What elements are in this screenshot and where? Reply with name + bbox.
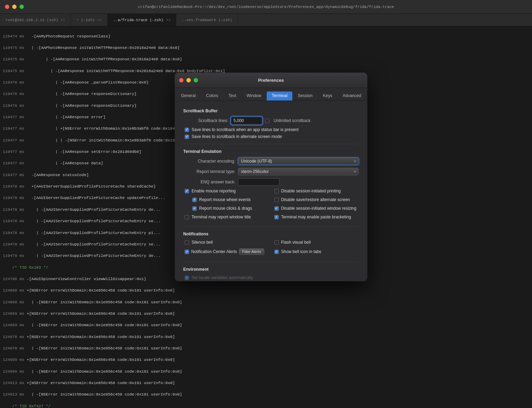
- notification-center-label: Notification Center Alerts: [191, 249, 237, 254]
- disable-resize-label: Disable session-initiated window resizin…: [281, 206, 356, 211]
- enq-label: ENQ answer back:: [183, 180, 235, 184]
- enable-mouse-checkbox[interactable]: [185, 189, 189, 193]
- divider-3: [183, 262, 359, 262]
- window-title-row: Terminal may report window title: [183, 215, 269, 219]
- notifications-grid: Silence bell Flash visual bell Notificat…: [183, 240, 359, 257]
- wheel-events-checkbox[interactable]: [192, 198, 197, 202]
- prefs-tab-keys[interactable]: Keys: [318, 92, 337, 101]
- tab-ssh-shortcut: ⌘1: [61, 18, 65, 22]
- disable-printing-row: Disable session-initiated printing: [273, 189, 359, 193]
- tab-zsh-shortcut: ⌘2: [98, 18, 102, 22]
- unlimited-scrollback-checkbox[interactable]: [265, 119, 269, 123]
- tab-zsh[interactable]: ~ (-zsh) ⌘2: [71, 14, 108, 26]
- window-title-checkbox[interactable]: [185, 215, 189, 219]
- tab-framework-label: ..ces.framework (-zsh): [182, 18, 232, 22]
- prefs-tab-window[interactable]: Window: [242, 92, 266, 101]
- set-locale-label: Set locale variables automatically: [192, 275, 253, 280]
- tab-zsh-label: ~ (-zsh): [77, 18, 95, 22]
- prefs-tab-text[interactable]: Text: [224, 92, 241, 101]
- encoding-select-container: Unicode (UTF-8) ▼: [238, 157, 359, 165]
- show-bell-icon-label: Show bell icon in tabs: [281, 249, 321, 254]
- prefs-tab-bar: General Colors Text Window Terminal Sess…: [175, 88, 367, 101]
- encoding-select[interactable]: Unicode (UTF-8): [238, 157, 359, 165]
- environment-header: Environment: [183, 267, 359, 272]
- minimize-button[interactable]: [12, 5, 17, 9]
- disable-printing-checkbox[interactable]: [274, 189, 279, 193]
- save-app-status-label: Save lines to scrollback when an app sta…: [192, 127, 299, 132]
- prefs-tab-general[interactable]: General: [176, 92, 201, 101]
- silence-bell-checkbox[interactable]: [185, 240, 189, 245]
- divider-2: [183, 226, 359, 227]
- disable-save-restore-row: Disable save/restore alternate screen: [273, 197, 359, 202]
- enq-input[interactable]: [238, 178, 280, 186]
- wheel-events-row: Report mouse wheel events: [183, 197, 269, 202]
- scrollback-lines-input[interactable]: [231, 117, 262, 124]
- title-bar: crifan@crifanlideMacBook-Pro:~/dev/dev_r…: [0, 0, 532, 14]
- prefs-tab-session[interactable]: Session: [293, 92, 318, 101]
- flash-bell-label: Flash visual bell: [281, 240, 311, 245]
- divider-1: [183, 144, 359, 144]
- disable-save-restore-label: Disable save/restore alternate screen: [281, 197, 350, 202]
- disable-save-restore-checkbox[interactable]: [274, 198, 279, 202]
- prefs-traffic-lights: [179, 78, 198, 83]
- enable-mouse-label: Enable mouse reporting: [192, 189, 236, 193]
- save-app-status-checkbox[interactable]: [185, 128, 189, 132]
- prefs-maximize-button[interactable]: [194, 78, 198, 83]
- save-alternate-label: Save lines to scrollback in alternate sc…: [192, 134, 282, 139]
- traffic-lights: [0, 5, 24, 9]
- enable-mouse-row: Enable mouse reporting: [183, 189, 269, 193]
- paste-bracketing-row: Terminal may enable paste bracketing: [273, 215, 359, 219]
- notification-center-row: Notification Center Alerts Filter Alerts: [183, 249, 269, 255]
- prefs-tab-terminal[interactable]: Terminal: [267, 92, 292, 101]
- window-title: crifan@crifanlideMacBook-Pro:~/dev/dev_r…: [138, 5, 394, 9]
- prefs-minimize-button[interactable]: [186, 78, 191, 83]
- wheel-events-label: Report mouse wheel events: [199, 197, 251, 202]
- silence-bell-label: Silence bell: [192, 240, 213, 245]
- clicks-drags-checkbox[interactable]: [192, 206, 197, 211]
- show-bell-icon-row: Show bell icon in tabs: [273, 249, 359, 255]
- enq-row: ENQ answer back:: [183, 178, 359, 186]
- close-button[interactable]: [5, 5, 9, 9]
- show-bell-icon-checkbox[interactable]: [274, 250, 279, 254]
- save-app-status-row: Save lines to scrollback when an app sta…: [183, 127, 359, 132]
- clicks-drags-row: Report mouse clicks & drags: [183, 206, 269, 211]
- maximize-button[interactable]: [19, 5, 24, 9]
- scrollback-lines-label: Scrollback lines:: [183, 118, 228, 123]
- tab-ssh-label: root@192.168.2.13 (ssh): [6, 18, 58, 22]
- paste-bracketing-label: Terminal may enable paste bracketing: [281, 215, 351, 219]
- silence-bell-row: Silence bell: [183, 240, 269, 245]
- notification-center-checkbox[interactable]: [185, 250, 189, 254]
- disable-resize-checkbox[interactable]: [274, 206, 279, 211]
- tab-ssh[interactable]: root@192.168.2.13 (ssh) ⌘1: [0, 14, 71, 26]
- prefs-tab-advanced[interactable]: Advanced: [338, 92, 366, 101]
- terminal-window: crifan@crifanlideMacBook-Pro:~/dev/dev_r…: [0, 0, 532, 408]
- scrollback-header: Scrollback Buffer: [183, 108, 359, 113]
- tab-frida-label: ..a/frida-trace (-zsh): [113, 18, 163, 22]
- tab-framework[interactable]: ..ces.framework (-zsh): [176, 14, 238, 26]
- filter-alerts-button[interactable]: Filter Alerts: [239, 249, 264, 255]
- report-type-select-container: xterm-256color ▼: [238, 168, 359, 175]
- report-type-row: Report terminal type: xterm-256color ▼: [183, 168, 359, 175]
- scrollback-lines-row: Scrollback lines: Unlimited scrollback: [183, 117, 359, 124]
- report-type-select[interactable]: xterm-256color: [238, 168, 359, 175]
- encoding-label: Character encoding:: [183, 159, 235, 164]
- encoding-row: Character encoding: Unicode (UTF-8) ▼: [183, 157, 359, 165]
- report-type-label: Report terminal type:: [183, 169, 235, 174]
- terminal-emulation-header: Terminal Emulation: [183, 149, 359, 154]
- set-locale-row: Set locale variables automatically: [183, 275, 359, 280]
- save-alternate-row: Save lines to scrollback in alternate sc…: [183, 134, 359, 139]
- disable-resize-row: Disable session-initiated window resizin…: [273, 206, 359, 211]
- prefs-close-button[interactable]: [179, 78, 184, 83]
- flash-bell-checkbox[interactable]: [274, 240, 279, 245]
- flash-bell-row: Flash visual bell: [273, 240, 359, 245]
- set-locale-checkbox[interactable]: [185, 276, 189, 280]
- save-alternate-checkbox[interactable]: [185, 134, 189, 139]
- tab-frida-trace[interactable]: ..a/frida-trace (-zsh) ⌘3: [108, 14, 176, 26]
- preferences-dialog: Preferences General Colors Text Window T…: [175, 73, 367, 281]
- clicks-drags-label: Report mouse clicks & drags: [199, 206, 252, 211]
- notifications-header: Notifications: [183, 232, 359, 236]
- paste-bracketing-checkbox[interactable]: [274, 215, 279, 219]
- prefs-tab-colors[interactable]: Colors: [201, 92, 223, 101]
- tab-frida-shortcut: ⌘3: [166, 18, 170, 22]
- window-title-label: Terminal may report window title: [192, 215, 251, 219]
